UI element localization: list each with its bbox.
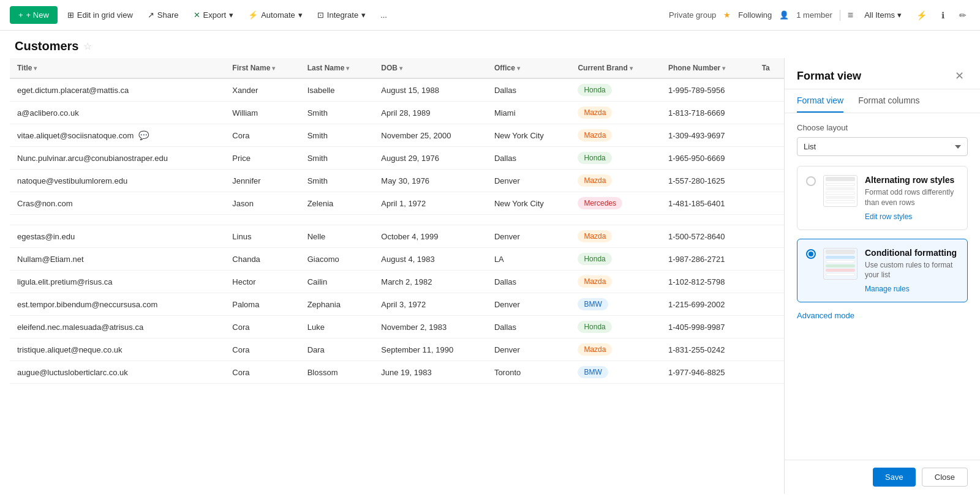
- cell-dob: November 25, 2000: [374, 124, 487, 147]
- conditional-formatting-card[interactable]: Conditional formatting Use custom rules …: [797, 239, 968, 303]
- cell-ta: [755, 102, 784, 124]
- table-row[interactable]: natoque@vestibulumlorem.eduJenniferSmith…: [10, 170, 784, 192]
- col-header-title[interactable]: Title ▾: [10, 58, 225, 78]
- cell-brand: Honda: [570, 248, 661, 271]
- cell-office: [487, 215, 571, 225]
- cell-office: Denver: [487, 293, 571, 316]
- cell-dob: August 29, 1976: [374, 147, 487, 170]
- star-icon: ★: [723, 10, 731, 20]
- new-button[interactable]: + + New: [10, 6, 58, 24]
- excel-icon: ✕: [194, 10, 200, 20]
- col-header-office[interactable]: Office ▾: [487, 58, 571, 78]
- integrate-chevron-icon: ▾: [361, 10, 366, 20]
- brand-badge: Honda: [578, 84, 611, 96]
- cell-dob: April 28, 1989: [374, 102, 487, 124]
- brand-badge: Mercedes: [578, 197, 622, 209]
- table-row[interactable]: est.tempor.bibendum@neccursusa.comPaloma…: [10, 293, 784, 316]
- close-button[interactable]: Close: [922, 468, 968, 487]
- automate-button[interactable]: ⚡ Automate ▾: [243, 7, 307, 23]
- info-icon[interactable]: ℹ: [938, 8, 948, 23]
- following-button[interactable]: Following: [738, 10, 772, 20]
- table-row[interactable]: Nullam@Etiam.netChandaGiacomoAugust 4, 1…: [10, 248, 784, 271]
- alternating-row-card[interactable]: Alternating row styles Format odd rows d…: [797, 166, 968, 230]
- new-label: + New: [26, 10, 49, 20]
- brand-badge: Honda: [578, 253, 611, 265]
- favorite-star-icon[interactable]: ☆: [83, 40, 92, 52]
- menu-lines-icon: ≡: [848, 10, 853, 21]
- cell-phone: 1-481-185-6401: [661, 192, 755, 215]
- table-row[interactable]: eget.dictum.placerat@mattis.caXanderIsab…: [10, 78, 784, 102]
- cell-firstname: [225, 215, 300, 225]
- col-header-brand[interactable]: Current Brand ▾: [570, 58, 661, 78]
- cell-ta: [755, 192, 784, 215]
- col-header-lastname[interactable]: Last Name ▾: [300, 58, 374, 78]
- page-title: Customers: [15, 39, 78, 53]
- tab-format-view[interactable]: Format view: [797, 89, 843, 113]
- cell-firstname: Hector: [225, 271, 300, 293]
- table-row[interactable]: [10, 215, 784, 225]
- cell-office: Denver: [487, 338, 571, 361]
- manage-rules-link[interactable]: Manage rules: [865, 285, 910, 293]
- edit-icon[interactable]: ✏: [956, 8, 970, 23]
- format-panel-close-button[interactable]: ✕: [951, 68, 968, 84]
- alternating-radio[interactable]: [806, 176, 816, 186]
- more-button[interactable]: ...: [375, 7, 392, 23]
- share-button[interactable]: ↗ Share: [143, 7, 184, 23]
- cell-ta: [755, 361, 784, 384]
- automate-chevron-icon: ▾: [298, 10, 303, 20]
- save-button[interactable]: Save: [873, 468, 916, 487]
- cell-lastname: Luke: [300, 316, 374, 338]
- tab-format-columns[interactable]: Format columns: [858, 89, 919, 113]
- layout-select[interactable]: List: [797, 137, 968, 156]
- table-row[interactable]: a@aclibero.co.ukWilliamSmithApril 28, 19…: [10, 102, 784, 124]
- conditional-info: Conditional formatting Use custom rules …: [865, 248, 959, 294]
- format-panel-title: Format view: [797, 70, 861, 83]
- cell-lastname: Giacomo: [300, 248, 374, 271]
- brand-badge: Mazda: [578, 275, 612, 288]
- cell-dob: May 30, 1976: [374, 170, 487, 192]
- cell-lastname: Zelenia: [300, 192, 374, 215]
- col-header-firstname[interactable]: First Name ▾: [225, 58, 300, 78]
- col-header-phone[interactable]: Phone Number ▾: [661, 58, 755, 78]
- cell-dob: March 2, 1982: [374, 271, 487, 293]
- cell-phone: 1-995-789-5956: [661, 78, 755, 102]
- cell-brand: Mazda: [570, 338, 661, 361]
- table-row[interactable]: ligula.elit.pretium@risus.caHectorCailin…: [10, 271, 784, 293]
- col-header-ta[interactable]: Ta: [755, 58, 784, 78]
- cell-brand: BMW: [570, 293, 661, 316]
- brand-badge: Mazda: [578, 174, 612, 187]
- table-area[interactable]: Title ▾ First Name ▾ Last Name ▾: [0, 58, 784, 494]
- filter-icon[interactable]: ⚡: [913, 8, 930, 23]
- automate-icon: ⚡: [248, 10, 258, 20]
- advanced-mode-link[interactable]: Advanced mode: [797, 311, 854, 320]
- cell-firstname: Cora: [225, 124, 300, 147]
- cell-ta: [755, 170, 784, 192]
- cell-firstname: William: [225, 102, 300, 124]
- divider: [840, 10, 840, 21]
- brand-badge: Mazda: [578, 106, 612, 119]
- cell-phone: 1-987-286-2721: [661, 248, 755, 271]
- brand-badge: BMW: [578, 366, 608, 378]
- brand-badge: Mazda: [578, 230, 612, 242]
- cell-title: eget.dictum.placerat@mattis.ca: [10, 78, 225, 102]
- integrate-button[interactable]: ⊡ Integrate ▾: [312, 7, 371, 23]
- office-sort-icon: ▾: [517, 65, 520, 72]
- all-items-button[interactable]: All Items ▾: [861, 8, 905, 22]
- export-button[interactable]: ✕ Export ▾: [189, 7, 239, 23]
- table-row[interactable]: egestas@in.eduLinusNelleOctober 4, 1999D…: [10, 225, 784, 248]
- table-row[interactable]: eleifend.nec.malesuada@atrisus.caCoraLuk…: [10, 316, 784, 338]
- edit-grid-button[interactable]: ⊞ Edit in grid view: [62, 7, 138, 23]
- edit-row-styles-link[interactable]: Edit row styles: [865, 212, 912, 221]
- table-row[interactable]: augue@luctusloberticlarc.co.ukCoraBlosso…: [10, 361, 784, 384]
- table-row[interactable]: vitae.aliquet@sociisnatoque.com💬CoraSmit…: [10, 124, 784, 147]
- cell-firstname: Jason: [225, 192, 300, 215]
- col-header-dob[interactable]: DOB ▾: [374, 58, 487, 78]
- conditional-radio[interactable]: [806, 249, 816, 259]
- table-row[interactable]: Cras@non.comJasonZeleniaApril 1, 1972New…: [10, 192, 784, 215]
- cell-brand: Mazda: [570, 170, 661, 192]
- cell-ta: [755, 248, 784, 271]
- table-row[interactable]: tristique.aliquet@neque.co.ukCoraDaraSep…: [10, 338, 784, 361]
- cell-title: vitae.aliquet@sociisnatoque.com💬: [10, 124, 225, 147]
- table-row[interactable]: Nunc.pulvinar.arcu@conubianostraper.eduP…: [10, 147, 784, 170]
- cell-firstname: Cora: [225, 316, 300, 338]
